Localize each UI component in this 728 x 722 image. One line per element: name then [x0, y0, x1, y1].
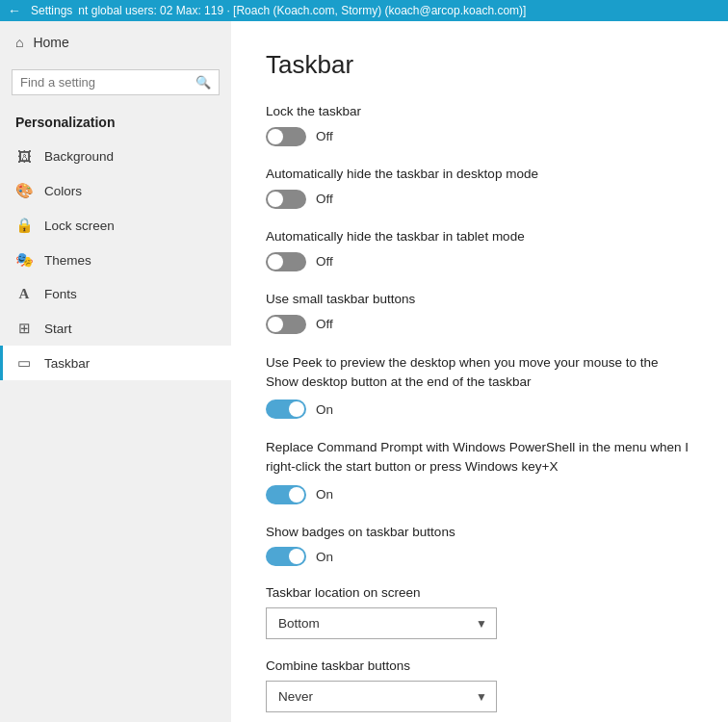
setting-label-powershell: Replace Command Prompt with Windows Powe… — [266, 438, 693, 477]
sidebar-item-label: Themes — [44, 253, 91, 268]
toggle-lock-taskbar[interactable] — [266, 127, 306, 146]
sidebar-item-label: Fonts — [44, 287, 77, 301]
app-title: Settings — [31, 4, 72, 17]
page-title: Taskbar — [266, 50, 693, 80]
sidebar-item-label: Background — [44, 149, 114, 164]
setting-powershell: Replace Command Prompt with Windows Powe… — [266, 438, 693, 504]
sidebar-item-home[interactable]: ⌂ Home — [0, 21, 231, 64]
sidebar-item-taskbar[interactable]: ▭ Taskbar — [0, 346, 231, 380]
fonts-icon: A — [15, 286, 33, 302]
dropdown-row-taskbar-location: Taskbar location on screen Bottom Top Le… — [266, 585, 693, 639]
home-icon: ⌂ — [15, 35, 23, 50]
toggle-small-buttons[interactable] — [266, 315, 306, 334]
sidebar-item-label: Colors — [44, 184, 82, 198]
sidebar-item-start[interactable]: ⊞ Start — [0, 311, 231, 346]
setting-peek: Use Peek to preview the desktop when you… — [266, 353, 693, 420]
sidebar-item-background[interactable]: 🖼 Background — [0, 140, 231, 173]
dropdown-wrapper-taskbar-location: Bottom Top Left Right ▼ — [266, 607, 497, 639]
dropdown-taskbar-location[interactable]: Bottom Top Left Right — [266, 607, 497, 639]
setting-lock-taskbar: Lock the taskbar Off — [266, 103, 693, 146]
toggle-state-peek: On — [316, 402, 333, 417]
sidebar-section-title: Personalization — [0, 107, 231, 140]
toggle-knob — [268, 317, 283, 332]
sidebar-item-lock-screen[interactable]: 🔒 Lock screen — [0, 208, 231, 243]
search-box: 🔍 — [12, 69, 220, 95]
toggle-knob — [268, 192, 283, 207]
toggle-knob — [268, 129, 283, 144]
toggle-state-powershell: On — [316, 487, 333, 502]
dropdown-combine-buttons[interactable]: Always, hide labels When taskbar is full… — [266, 681, 497, 712]
themes-icon: 🎭 — [15, 251, 33, 269]
colors-icon: 🎨 — [15, 182, 33, 199]
toggle-auto-hide-desktop[interactable] — [266, 190, 306, 209]
lock-screen-icon: 🔒 — [15, 217, 33, 234]
toggle-badges[interactable] — [266, 547, 306, 566]
main-content: Taskbar Lock the taskbar Off Automatical… — [231, 21, 728, 722]
sidebar-item-label: Taskbar — [44, 356, 90, 371]
setting-label-lock-taskbar: Lock the taskbar — [266, 103, 693, 121]
setting-auto-hide-desktop: Automatically hide the taskbar in deskto… — [266, 166, 693, 209]
toggle-peek[interactable] — [266, 400, 306, 419]
setting-label-badges: Show badges on taskbar buttons — [266, 524, 693, 542]
start-icon: ⊞ — [15, 320, 33, 337]
setting-label-peek: Use Peek to preview the desktop when you… — [266, 353, 693, 393]
search-input[interactable] — [20, 75, 190, 90]
dropdown-label-taskbar-location: Taskbar location on screen — [266, 585, 693, 600]
toggle-knob — [289, 549, 304, 564]
toggle-state-auto-hide-tablet: Off — [316, 254, 333, 269]
setting-label-auto-hide-desktop: Automatically hide the taskbar in deskto… — [266, 166, 693, 184]
dropdown-wrapper-combine-buttons: Always, hide labels When taskbar is full… — [266, 681, 497, 712]
setting-label-small-buttons: Use small taskbar buttons — [266, 291, 693, 309]
toggle-state-auto-hide-desktop: Off — [316, 192, 333, 206]
sidebar-item-fonts[interactable]: A Fonts — [0, 277, 231, 311]
toggle-knob — [289, 487, 304, 503]
back-button[interactable]: ← — [8, 3, 21, 18]
dropdown-label-combine-buttons: Combine taskbar buttons — [266, 658, 693, 673]
setting-small-buttons: Use small taskbar buttons Off — [266, 291, 693, 334]
sidebar: ⌂ Home 🔍 Personalization 🖼 Background 🎨 … — [0, 21, 231, 722]
title-bar: ← Settings nt global users: 02 Max: 119 … — [0, 0, 728, 21]
title-subtitle: nt global users: 02 Max: 119 · [Roach (K… — [78, 4, 526, 17]
app-container: ⌂ Home 🔍 Personalization 🖼 Background 🎨 … — [0, 21, 728, 722]
background-icon: 🖼 — [15, 148, 33, 165]
toggle-powershell[interactable] — [266, 485, 306, 504]
toggle-state-lock-taskbar: Off — [316, 129, 333, 143]
taskbar-icon: ▭ — [15, 354, 33, 372]
home-label: Home — [33, 35, 68, 50]
setting-auto-hide-tablet: Automatically hide the taskbar in tablet… — [266, 228, 693, 271]
sidebar-item-label: Start — [44, 322, 72, 336]
sidebar-item-colors[interactable]: 🎨 Colors — [0, 173, 231, 208]
sidebar-item-themes[interactable]: 🎭 Themes — [0, 243, 231, 277]
sidebar-item-label: Lock screen — [44, 219, 115, 233]
toggle-auto-hide-tablet[interactable] — [266, 252, 306, 271]
toggle-knob — [268, 254, 283, 270]
toggle-state-badges: On — [316, 550, 333, 564]
search-icon: 🔍 — [195, 75, 211, 90]
toggle-state-small-buttons: Off — [316, 317, 333, 331]
toggle-knob — [289, 401, 304, 417]
dropdown-row-combine-buttons: Combine taskbar buttons Always, hide lab… — [266, 658, 693, 712]
setting-label-auto-hide-tablet: Automatically hide the taskbar in tablet… — [266, 228, 693, 246]
setting-badges: Show badges on taskbar buttons On — [266, 524, 693, 567]
